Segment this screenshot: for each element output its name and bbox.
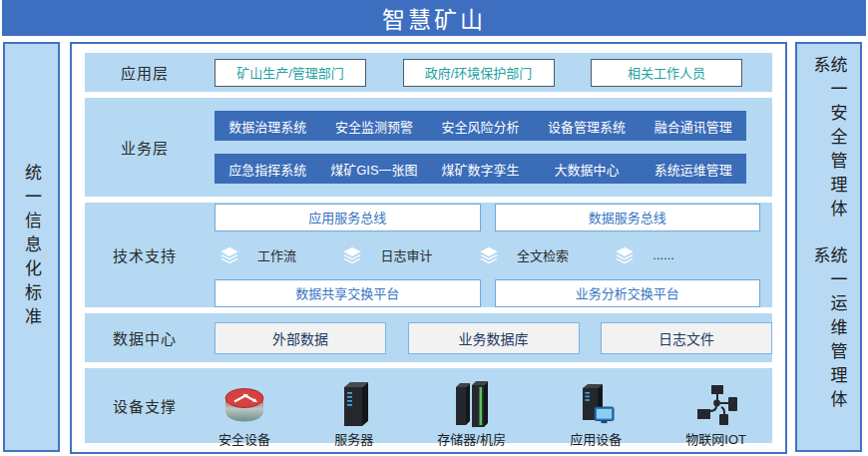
- exchange-platform-row: 数据共享交换平台 业务分析交换平台: [215, 279, 760, 307]
- application-boxes: 矿山生产/管理部门 政府/环境保护部门 相关工作人员: [205, 53, 772, 92]
- system-chip: 数据治理系统: [215, 111, 321, 141]
- layer-data-center: 数据中心 外部数据 业务数据库 日志文件: [85, 313, 772, 362]
- layer-application: 应用层 矿山生产/管理部门 政府/环境保护部门 相关工作人员: [85, 53, 772, 92]
- layer-device-support-label: 设备支撑: [85, 368, 205, 443]
- security-device-icon: [221, 382, 267, 427]
- iot-network-icon: [693, 382, 739, 427]
- system-chip: 安全监测预警: [321, 111, 428, 141]
- system-chip: 煤矿GIS一张图: [321, 154, 428, 184]
- business-row-2: 应急指挥系统 煤矿GIS一张图 煤矿数字孪生 大数据中心 系统运维管理: [215, 154, 746, 184]
- business-row-1: 数据治理系统 安全监测预警 安全风险分析 设备管理系统 融合通讯管理: [215, 111, 746, 141]
- middleware-service-label: 全文检索: [517, 245, 569, 264]
- system-chip: 设备管理系统: [534, 111, 641, 141]
- business-systems: 数据治理系统 安全监测预警 安全风险分析 设备管理系统 融合通讯管理 应急指挥系…: [205, 98, 772, 197]
- device-label: 应用设备: [570, 429, 622, 448]
- layer-application-label: 应用层: [85, 53, 205, 92]
- server-icon: [336, 382, 372, 427]
- system-chip: 煤矿数字孪生: [427, 154, 534, 184]
- layer-data-center-label: 数据中心: [85, 313, 205, 362]
- data-source-box: 业务数据库: [408, 322, 580, 354]
- device-item: 存储器/机房: [437, 382, 506, 448]
- device-label: 存储器/机房: [437, 429, 506, 448]
- middleware-service: 工作流: [218, 244, 296, 266]
- data-center-boxes: 外部数据 业务数据库 日志文件: [205, 313, 772, 362]
- left-pillar: 统一信息化标准: [3, 42, 60, 452]
- layer-tech-support: 技术支持 应用服务总线 数据服务总线 工作流 日志审计: [85, 203, 772, 307]
- device-label: 物联网IOT: [685, 429, 746, 448]
- layer-tech-support-label: 技术支持: [85, 203, 205, 307]
- exchange-platform-box: 业务分析交换平台: [495, 279, 761, 307]
- stakeholder-box: 政府/环境保护部门: [403, 59, 555, 87]
- page-title: 智慧矿山: [2, 0, 866, 36]
- middleware-service-label: ......: [652, 247, 674, 262]
- stakeholder-box: 相关工作人员: [591, 59, 742, 87]
- service-bus-box: 应用服务总线: [215, 204, 481, 231]
- storage-rack-icon: [452, 382, 492, 427]
- middleware-service-label: 工作流: [257, 245, 296, 264]
- system-chip: 应急指挥系统: [215, 154, 321, 184]
- smart-mine-architecture-diagram: 智慧矿山 统一信息化标准 应用层 矿山生产/管理部门 政府/环境保护部门 相关工…: [0, 0, 868, 456]
- stakeholder-box: 矿山生产/管理部门: [215, 59, 366, 87]
- device-item: 服务器: [334, 382, 373, 448]
- system-chip: 融合通讯管理: [640, 111, 746, 141]
- layers-icon: [478, 244, 500, 266]
- right-pillar: 统一安全管理体系 统一运维管理体系: [795, 42, 862, 452]
- service-bus-row: 应用服务总线 数据服务总线: [215, 204, 760, 231]
- layer-device-support: 设备支撑: [85, 368, 772, 443]
- right-pillar-label-security: 统一安全管理体系: [812, 56, 846, 246]
- service-bus-box: 数据服务总线: [495, 204, 761, 231]
- exchange-platform-box: 数据共享交换平台: [215, 279, 481, 307]
- system-chip: 大数据中心: [534, 154, 641, 184]
- middleware-service: 全文检索: [478, 244, 569, 266]
- device-item: 物联网IOT: [685, 382, 746, 448]
- layer-business: 业务层 数据治理系统 安全监测预警 安全风险分析 设备管理系统 融合通讯管理 应…: [85, 98, 772, 197]
- middleware-service: ......: [614, 244, 674, 266]
- middleware-service-label: 日志审计: [380, 245, 432, 264]
- left-pillar-label: 统一信息化标准: [23, 164, 40, 331]
- middleware-services-row: 工作流 日志审计 全文检索 ......: [215, 243, 760, 267]
- layers-icon: [614, 244, 636, 266]
- device-item: 应用设备: [570, 382, 622, 448]
- device-support-items: 安全设备 服务器: [205, 368, 772, 452]
- middleware-service: 日志审计: [341, 244, 432, 266]
- layers-icon: [218, 244, 240, 266]
- layers-icon: [341, 244, 363, 266]
- layer-business-label: 业务层: [85, 98, 205, 197]
- application-device-icon: [575, 382, 617, 427]
- main-panel: 应用层 矿山生产/管理部门 政府/环境保护部门 相关工作人员 业务层 数据治理系…: [70, 42, 787, 454]
- device-label: 安全设备: [218, 429, 270, 448]
- tech-support-content: 应用服务总线 数据服务总线 工作流 日志审计 全文检索: [205, 203, 772, 307]
- device-item: 安全设备: [218, 382, 270, 448]
- system-chip: 系统运维管理: [640, 154, 746, 184]
- data-source-box: 日志文件: [601, 322, 772, 354]
- data-source-box: 外部数据: [215, 322, 386, 354]
- system-chip: 安全风险分析: [427, 111, 534, 141]
- device-label: 服务器: [334, 429, 373, 448]
- right-pillar-label-ops: 统一运维管理体系: [812, 246, 846, 437]
